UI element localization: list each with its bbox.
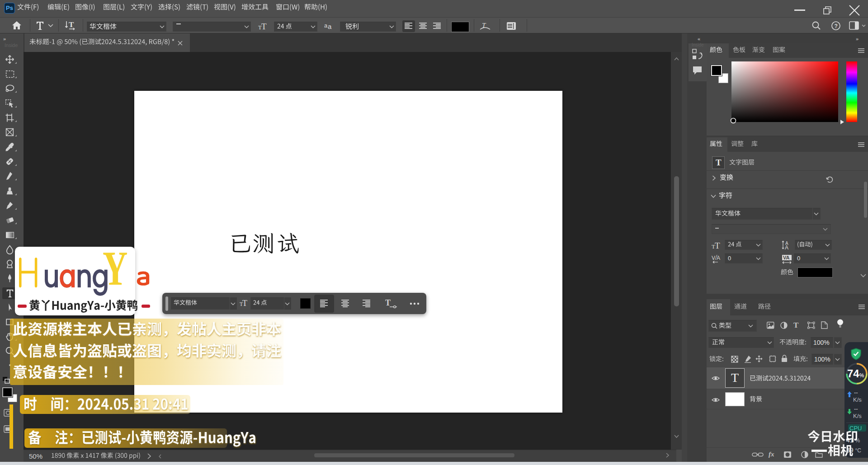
svg-text:T: T — [69, 20, 74, 29]
svg-text:a: a — [324, 22, 328, 29]
svg-text:V: V — [712, 255, 715, 261]
svg-text:T: T — [242, 299, 247, 308]
svg-text:?: ? — [835, 23, 838, 29]
svg-text:T: T — [715, 241, 720, 250]
svg-text:T: T — [261, 22, 267, 31]
svg-text:a: a — [328, 23, 332, 30]
svg-text:A: A — [717, 255, 720, 261]
svg-text:A: A — [785, 244, 788, 250]
svg-text:T: T — [385, 298, 391, 307]
svg-text:VA: VA — [783, 255, 790, 260]
